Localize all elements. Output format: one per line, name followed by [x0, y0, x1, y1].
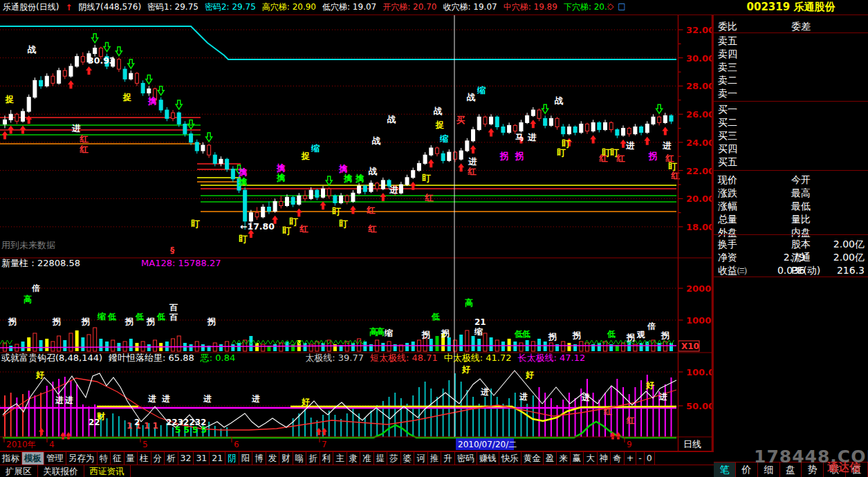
statusbar-item-西证资讯[interactable]: 西证资讯 — [84, 465, 131, 477]
oscillator-header: 或就富贵钩召(8,48,144)鏺叶怛落绐里: 65.88恶: 0.84太极线:… — [1, 353, 585, 364]
toolbar-item-指标[interactable]: 指标 — [0, 452, 22, 465]
sell-row[interactable]: 卖三 — [714, 61, 868, 73]
buy-arrow-icon — [350, 205, 356, 214]
sell-row[interactable]: 卖四 — [714, 48, 868, 60]
toolbar-item-赚钱[interactable]: 赚钱 — [477, 452, 499, 465]
toolbar-item-21[interactable]: 21 — [210, 452, 225, 465]
svg-text:缩: 缩 — [97, 312, 106, 321]
toolbar-item-嗡[interactable]: 嗡 — [293, 452, 307, 465]
svg-text:进: 进 — [662, 140, 672, 151]
sell-row[interactable]: 卖一 — [714, 87, 868, 100]
toolbar-item-征[interactable]: 征 — [111, 452, 124, 465]
svg-text:X10: X10 — [681, 342, 699, 351]
info-row: 涨幅最低 — [714, 200, 868, 212]
svg-text:好: 好 — [35, 370, 44, 380]
toolbar-item-分[interactable]: 分 — [151, 452, 165, 465]
sell-arrow-icon — [206, 133, 212, 142]
toolbar-item-大[interactable]: 大 — [584, 452, 598, 465]
ratio-label: 量比 — [791, 213, 811, 225]
toolbar-item-密码[interactable]: 密码 — [455, 452, 477, 465]
toolbar-item-神[interactable]: 神 — [598, 452, 611, 465]
buy-row[interactable]: 买一 — [714, 103, 868, 115]
svg-text:擒: 擒 — [276, 162, 286, 173]
toolbar-item-提[interactable]: 提 — [374, 452, 388, 465]
toolbar-item-来[interactable]: 来 — [557, 452, 571, 465]
statusbar-item-关联报价[interactable]: 关联报价 — [38, 465, 84, 477]
toolbar-item--[interactable]: - — [636, 452, 645, 465]
svg-text:盯: 盯 — [191, 218, 200, 229]
sell-arrow-icon — [176, 100, 182, 109]
info-row: 外盘内盘 — [714, 226, 868, 238]
inner-label: 内盘 — [791, 226, 811, 238]
order-ratio-row: 委比 委差 — [714, 20, 868, 32]
toolbar-item-0[interactable]: 0 — [645, 452, 655, 465]
toolbar-item-量[interactable]: 量 — [124, 452, 138, 465]
toolbar-item-柱[interactable]: 柱 — [138, 452, 151, 465]
svg-text:28.00: 28.00 — [686, 81, 714, 91]
toolbar-item-管理[interactable]: 管理 — [44, 452, 66, 465]
toolbar-item-析[interactable]: 析 — [165, 452, 178, 465]
svg-text:盯: 盯 — [339, 218, 348, 229]
toolbar-item-财[interactable]: 财 — [279, 452, 293, 465]
toolbar-item-博[interactable]: 博 — [252, 452, 266, 465]
svg-text:马: 马 — [515, 132, 524, 142]
svg-text:20000: 20000 — [686, 283, 714, 294]
toolbar-item-升[interactable]: 升 — [441, 452, 455, 465]
toolbar-item-赢[interactable]: 赢 — [571, 452, 584, 465]
sell-row[interactable]: 卖五 — [714, 35, 868, 47]
toolbar-item-莎[interactable]: 莎 — [387, 452, 401, 465]
sell-arrow-icon — [92, 34, 98, 43]
toolbar-item-折[interactable]: 折 — [306, 452, 320, 465]
toolbar-item-31[interactable]: 31 — [194, 452, 210, 465]
status-segment: 阴线7(448,576) — [78, 1, 141, 13]
toolbar-item-+[interactable]: + — [625, 452, 636, 465]
toolbar-item-另存为[interactable]: 另存为 — [66, 452, 98, 465]
toolbar-item-推[interactable]: 推 — [428, 452, 442, 465]
info-row: 涨跌最高 — [714, 187, 868, 199]
buy-arrow-icon — [488, 128, 495, 136]
sell-row[interactable]: 卖二 — [714, 74, 868, 86]
toolbar-item-黄金[interactable]: 黄金 — [521, 452, 544, 465]
svg-text:擒: 擒 — [276, 172, 286, 183]
toolbar-item-婆[interactable]: 婆 — [401, 452, 415, 465]
statusbar-item-扩展区[interactable]: 扩展区 — [0, 465, 38, 477]
chart-canvas[interactable]: 32.0030.0028.0026.0024.0022.0020.0018.00… — [0, 15, 714, 451]
buy-row[interactable]: 买三 — [714, 129, 868, 142]
toolbar-item-阳[interactable]: 阳 — [239, 452, 253, 465]
diamond-icon[interactable]: ◇ — [607, 1, 613, 15]
window-icon[interactable]: □ — [618, 1, 625, 15]
toolbar-item-盈[interactable]: 盈 — [544, 452, 557, 465]
svg-text:拐: 拐 — [661, 330, 670, 340]
svg-text:买: 买 — [456, 115, 465, 125]
buy-arrow-icon — [8, 125, 14, 133]
svg-text:红: 红 — [367, 223, 377, 234]
toolbar-item-主[interactable]: 主 — [333, 452, 347, 465]
sell3-label: 卖三 — [718, 61, 737, 73]
toolbar-item-奇[interactable]: 奇 — [611, 452, 625, 465]
shares-label: 股本 — [791, 238, 811, 250]
toolbar-item-模板[interactable]: 模板 — [22, 452, 44, 465]
svg-text:盯: 盯 — [282, 225, 291, 236]
toolbar-item-发[interactable]: 发 — [266, 452, 280, 465]
toolbar-item-利[interactable]: 利 — [320, 452, 334, 465]
svg-text:进: 进 — [519, 392, 528, 402]
toolbar-item-快乐[interactable]: 快乐 — [499, 452, 521, 465]
toolbar-item-特[interactable]: 特 — [98, 452, 111, 465]
buy-row[interactable]: 买五 — [714, 156, 868, 168]
change-label: 涨跌 — [718, 187, 737, 199]
quote-tab-笔[interactable]: 笔 — [714, 462, 736, 477]
toolbar-item-诃[interactable]: 诃 — [414, 452, 428, 465]
toolbar-item-32[interactable]: 32 — [178, 452, 194, 465]
buy-row[interactable]: 买四 — [714, 142, 868, 155]
toolbar-item-隶[interactable]: 隶 — [347, 452, 361, 465]
tdx-app-window: 乐通股份(日线)↑阴线7(448,576)密码1: 29.75密码2: 29.7… — [0, 0, 868, 477]
svg-text:30.93: 30.93 — [88, 55, 116, 66]
buy-row[interactable]: 买二 — [714, 116, 868, 129]
svg-text:进: 进 — [658, 392, 667, 402]
toolbar-item-阴[interactable]: 阴 — [225, 452, 239, 465]
svg-text:进: 进 — [147, 394, 156, 404]
svg-text:红: 红 — [79, 133, 89, 144]
toolbar-item-准[interactable]: 准 — [360, 452, 374, 465]
top-status-bar: 乐通股份(日线)↑阴线7(448,576)密码1: 29.75密码2: 29.7… — [0, 0, 609, 15]
buy-arrow-icon — [530, 120, 536, 128]
